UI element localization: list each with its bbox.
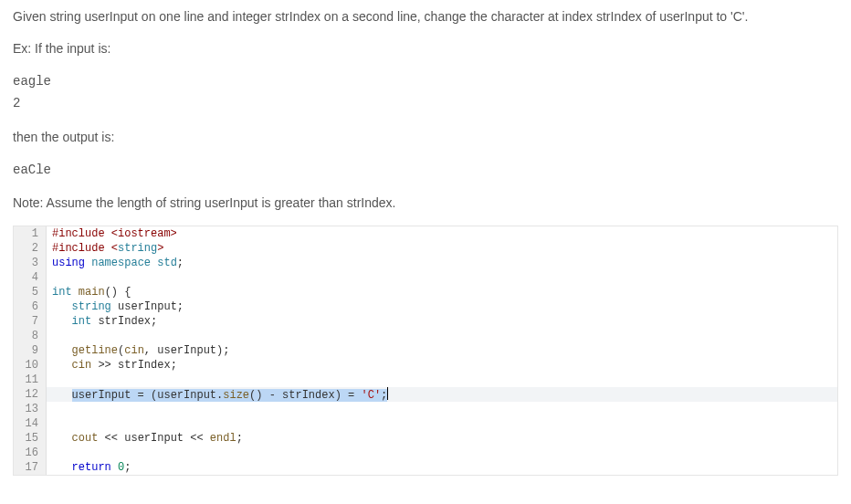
example-output-block: eaCle bbox=[13, 160, 838, 182]
line-number: 17 bbox=[14, 460, 47, 475]
problem-statement: Given string userInput on one line and i… bbox=[13, 7, 838, 26]
code-content[interactable]: return 0; bbox=[47, 460, 837, 475]
example-input-line-1: eagle bbox=[13, 71, 838, 93]
problem-note: Note: Assume the length of string userIn… bbox=[13, 194, 838, 213]
line-number: 15 bbox=[14, 431, 47, 446]
line-number: 13 bbox=[14, 402, 47, 416]
code-line[interactable]: 11 bbox=[14, 373, 837, 387]
code-line[interactable]: 12 userInput = (userInput.size() - strIn… bbox=[14, 387, 837, 402]
code-content[interactable] bbox=[47, 416, 837, 431]
code-line[interactable]: 13 bbox=[14, 402, 837, 416]
code-content[interactable] bbox=[47, 446, 837, 460]
example-input-line-2: 2 bbox=[13, 93, 838, 115]
code-content[interactable]: userInput = (userInput.size() - strIndex… bbox=[47, 387, 837, 402]
code-line[interactable]: 5int main() { bbox=[14, 285, 837, 299]
line-number: 12 bbox=[14, 387, 47, 402]
code-line[interactable]: 10 cin >> strIndex; bbox=[14, 358, 837, 373]
code-content[interactable]: cin >> strIndex; bbox=[47, 358, 837, 373]
line-number: 11 bbox=[14, 373, 47, 387]
code-line[interactable]: 2#include <string> bbox=[14, 241, 837, 256]
code-content[interactable]: #include <string> bbox=[47, 241, 837, 256]
line-number: 16 bbox=[14, 446, 47, 460]
code-content[interactable] bbox=[47, 402, 837, 416]
code-content[interactable]: getline(cin, userInput); bbox=[47, 343, 837, 358]
code-content[interactable]: cout << userInput << endl; bbox=[47, 431, 837, 446]
line-number: 2 bbox=[14, 241, 47, 256]
code-line[interactable]: 9 getline(cin, userInput); bbox=[14, 343, 837, 358]
code-content[interactable] bbox=[47, 270, 837, 285]
code-line[interactable]: 7 int strIndex; bbox=[14, 314, 837, 329]
code-content[interactable] bbox=[47, 373, 837, 387]
line-number: 4 bbox=[14, 270, 47, 285]
line-number: 14 bbox=[14, 416, 47, 431]
code-editor[interactable]: 1#include <iostream>2#include <string>3u… bbox=[13, 226, 838, 476]
code-line[interactable]: 1#include <iostream> bbox=[14, 226, 837, 241]
code-line[interactable]: 15 cout << userInput << endl; bbox=[14, 431, 837, 446]
example-input-block: eagle 2 bbox=[13, 71, 838, 115]
line-number: 6 bbox=[14, 299, 47, 314]
code-line[interactable]: 6 string userInput; bbox=[14, 299, 837, 314]
line-number: 1 bbox=[14, 226, 47, 241]
line-number: 3 bbox=[14, 256, 47, 270]
code-line[interactable]: 3using namespace std; bbox=[14, 256, 837, 270]
code-content[interactable] bbox=[47, 329, 837, 343]
code-line[interactable]: 4 bbox=[14, 270, 837, 285]
code-editor-scroll[interactable]: 1#include <iostream>2#include <string>3u… bbox=[14, 226, 837, 475]
line-number: 9 bbox=[14, 343, 47, 358]
example-output-lead: then the output is: bbox=[13, 128, 838, 147]
example-output-line: eaCle bbox=[13, 160, 838, 182]
code-content[interactable]: using namespace std; bbox=[47, 256, 837, 270]
line-number: 5 bbox=[14, 285, 47, 299]
line-number: 10 bbox=[14, 358, 47, 373]
code-line[interactable]: 16 bbox=[14, 446, 837, 460]
code-content[interactable]: int main() { bbox=[47, 285, 837, 299]
code-content[interactable]: #include <iostream> bbox=[47, 226, 837, 241]
code-line[interactable]: 8 bbox=[14, 329, 837, 343]
text-cursor bbox=[387, 387, 388, 400]
code-line[interactable]: 17 return 0; bbox=[14, 460, 837, 475]
selection: userInput = (userInput.size() - strIndex… bbox=[72, 389, 388, 402]
code-line[interactable]: 14 bbox=[14, 416, 837, 431]
code-content[interactable]: int strIndex; bbox=[47, 314, 837, 329]
line-number: 8 bbox=[14, 329, 47, 343]
line-number: 7 bbox=[14, 314, 47, 329]
code-content[interactable]: string userInput; bbox=[47, 299, 837, 314]
example-input-lead: Ex: If the input is: bbox=[13, 39, 838, 58]
